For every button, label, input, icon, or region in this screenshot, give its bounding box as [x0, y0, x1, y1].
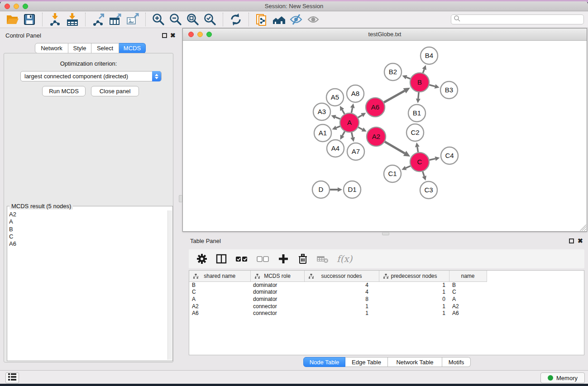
table-row[interactable]: Bdominator41B — [189, 281, 487, 289]
table-row[interactable]: Adominator80A — [189, 296, 487, 303]
hide-selected-icon[interactable] — [287, 12, 305, 27]
network-edge[interactable] — [358, 127, 362, 129]
network-edge[interactable] — [423, 69, 424, 73]
column-header-predecessor-nodes[interactable]: predecessor nodes — [379, 271, 449, 281]
zoom-fit-icon[interactable] — [184, 12, 201, 27]
vertical-splitter-handle[interactable] — [179, 195, 182, 202]
tab-edge-table[interactable]: Edge Table — [345, 357, 388, 367]
network-edge[interactable] — [358, 115, 362, 117]
close-panel-button[interactable]: Close panel — [91, 86, 139, 96]
network-node-A5[interactable]: A5 — [326, 89, 344, 106]
column-header-name[interactable]: name — [449, 271, 487, 281]
mcds-result-scrollbar[interactable] — [167, 210, 172, 360]
network-node-C4[interactable]: C4 — [441, 147, 458, 164]
mcds-result-item[interactable]: C — [9, 233, 167, 240]
network-node-A[interactable]: A — [340, 113, 359, 132]
dropdown-stepper-icon[interactable] — [152, 71, 161, 81]
table-close-panel-icon[interactable]: ✖ — [578, 237, 583, 244]
network-node-B[interactable]: B — [410, 73, 429, 92]
network-node-B1[interactable]: B1 — [408, 105, 425, 122]
export-image-icon[interactable] — [124, 12, 141, 27]
network-edge[interactable] — [351, 108, 352, 113]
resize-grip-icon[interactable] — [580, 224, 586, 231]
table-row[interactable]: Cdominator41C — [189, 289, 487, 296]
column-header-successor-nodes[interactable]: successor nodes — [304, 271, 379, 281]
table-row[interactable]: A2connector11A2 — [189, 303, 487, 310]
column-header-MCDS-role[interactable]: MCDS role — [250, 271, 304, 281]
select-all-icon[interactable] — [235, 253, 249, 265]
zoom-selected-icon[interactable] — [201, 12, 219, 27]
network-edge[interactable] — [384, 91, 405, 103]
network-edge[interactable] — [406, 77, 411, 79]
network-node-C[interactable]: C — [410, 152, 429, 172]
network-node-C1[interactable]: C1 — [384, 165, 401, 182]
network-edge[interactable] — [336, 126, 340, 128]
column-header-shared-name[interactable]: shared name — [189, 271, 250, 281]
network-node-B2[interactable]: B2 — [384, 63, 402, 81]
zoom-in-icon[interactable] — [150, 12, 167, 27]
zoom-out-icon[interactable] — [167, 12, 184, 27]
network-edge[interactable] — [335, 117, 340, 119]
network-node-A8[interactable]: A8 — [347, 85, 364, 102]
task-history-button[interactable] — [5, 372, 19, 383]
table-row[interactable]: A6connector11A6 — [189, 310, 487, 317]
add-column-icon[interactable] — [277, 253, 289, 265]
network-node-A7[interactable]: A7 — [347, 143, 364, 160]
network-canvas[interactable]: B4B2BB3A5A8A6A3AB1C2A1A2A4A7C4CC1C3DD1 — [183, 41, 587, 231]
import-network-icon[interactable] — [47, 12, 64, 27]
network-node-A1[interactable]: A1 — [314, 124, 331, 142]
network-edge[interactable] — [342, 110, 344, 114]
network-node-C2[interactable]: C2 — [406, 124, 424, 141]
memory-button[interactable]: Memory — [540, 372, 585, 383]
node-table-grid[interactable]: shared nameMCDS rolesuccessor nodesprede… — [189, 271, 487, 317]
search-input[interactable] — [451, 14, 584, 24]
network-zoom-button[interactable] — [206, 32, 212, 37]
close-window-button[interactable] — [5, 4, 10, 9]
network-edge[interactable] — [406, 166, 410, 168]
network-edge[interactable] — [418, 92, 419, 99]
network-edge[interactable] — [423, 172, 424, 176]
network-close-button[interactable] — [188, 32, 194, 37]
tab-select[interactable]: Select — [91, 43, 119, 53]
criterion-dropdown[interactable]: largest connected component (directed) — [20, 71, 162, 81]
tab-motifs[interactable]: Motifs — [442, 357, 471, 367]
network-edge[interactable] — [385, 142, 405, 153]
network-node-B4[interactable]: B4 — [421, 47, 438, 64]
first-neighbors-icon[interactable] — [270, 12, 287, 27]
delete-column-icon[interactable] — [297, 253, 309, 265]
import-table-icon[interactable] — [64, 12, 81, 27]
tab-network-table[interactable]: Network Table — [388, 357, 442, 367]
export-network-icon[interactable] — [90, 12, 107, 27]
close-panel-icon[interactable]: ✖ — [170, 32, 176, 39]
minimize-window-button[interactable] — [14, 4, 19, 9]
network-edge[interactable] — [342, 131, 344, 136]
open-session-icon[interactable] — [4, 12, 21, 27]
save-session-icon[interactable] — [21, 12, 38, 27]
refresh-icon[interactable] — [227, 12, 244, 27]
column-layout-icon[interactable] — [215, 253, 227, 265]
mcds-result-list[interactable]: A2ABCA6 — [9, 211, 167, 360]
network-node-B3[interactable]: B3 — [440, 81, 458, 99]
deselect-all-icon[interactable] — [256, 253, 270, 265]
mcds-result-item[interactable]: B — [9, 226, 167, 233]
mcds-result-item[interactable]: A — [9, 218, 167, 225]
network-minimize-button[interactable] — [197, 32, 203, 37]
run-mcds-button[interactable]: Run MCDS — [42, 86, 86, 96]
network-edge[interactable] — [429, 85, 435, 86]
network-edge[interactable] — [352, 132, 353, 137]
tab-network[interactable]: Network — [35, 43, 68, 53]
network-node-A2[interactable]: A2 — [367, 127, 386, 146]
float-panel-icon[interactable] — [162, 33, 167, 38]
network-node-D1[interactable]: D1 — [344, 181, 361, 198]
mcds-result-item[interactable]: A6 — [9, 240, 167, 248]
tab-node-table[interactable]: Node Table — [303, 357, 345, 367]
network-node-D[interactable]: D — [312, 181, 330, 198]
network-node-A6[interactable]: A6 — [366, 98, 385, 117]
network-edge[interactable] — [417, 147, 418, 152]
zoom-window-button[interactable] — [23, 4, 28, 9]
network-node-A4[interactable]: A4 — [327, 140, 344, 157]
tab-style[interactable]: Style — [68, 43, 91, 53]
gear-icon[interactable] — [196, 253, 208, 265]
network-file-icon[interactable] — [253, 12, 270, 27]
mcds-result-item[interactable]: A2 — [9, 211, 167, 218]
